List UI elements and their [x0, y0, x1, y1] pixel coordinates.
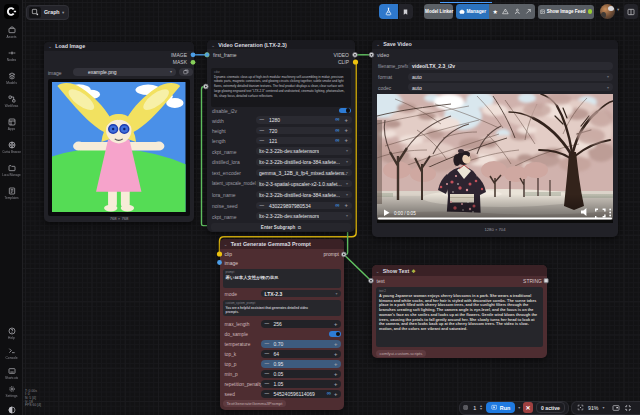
- svg-text:0:00 / 0:05: 0:00 / 0:05: [394, 211, 416, 216]
